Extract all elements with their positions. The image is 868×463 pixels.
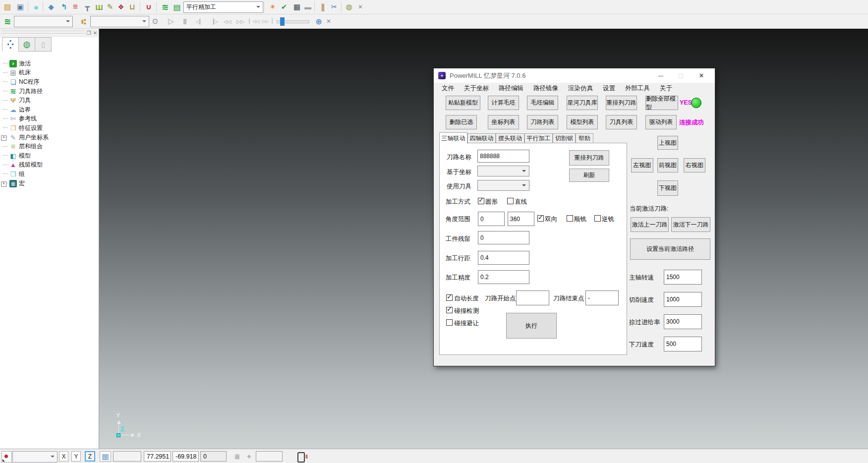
coord-list-button[interactable]: 坐标列表 xyxy=(488,115,519,129)
fast-forward-icon[interactable] xyxy=(235,16,246,27)
tool-holder-icon[interactable] xyxy=(127,1,138,12)
tool-engage-icon[interactable] xyxy=(143,1,154,12)
cutting-feed-input[interactable] xyxy=(664,292,702,307)
cut-icon[interactable] xyxy=(329,1,340,12)
refresh-button[interactable]: 刷新 xyxy=(569,169,609,182)
lightbulb-icon[interactable] xyxy=(150,16,161,27)
explorer-tab-tree[interactable] xyxy=(2,37,19,52)
strategy-combobox[interactable]: 平行精加工 xyxy=(183,1,263,13)
menu-path-mirror[interactable]: 路径镜像 xyxy=(528,84,563,93)
skip-start-icon[interactable] xyxy=(249,16,260,27)
toolpath-list-button[interactable]: 刀路列表 xyxy=(527,115,558,129)
menu-file[interactable]: 文件 xyxy=(437,84,459,93)
block-icon[interactable] xyxy=(46,1,57,12)
tab-3axis[interactable]: 三轴联动 xyxy=(439,132,467,144)
axis-x-button[interactable]: X xyxy=(59,451,68,462)
auto-length-checkbox[interactable] xyxy=(446,294,453,301)
explorer-tab-globe[interactable] xyxy=(18,37,35,52)
phone-pause-icon[interactable] xyxy=(297,452,305,463)
expand-toggle-icon[interactable] xyxy=(1,135,6,141)
execute-button[interactable]: 执行 xyxy=(506,313,557,339)
stock-edit-button[interactable]: 毛坯编辑 xyxy=(527,96,558,110)
save-icon[interactable] xyxy=(15,1,26,12)
linear-checkbox[interactable] xyxy=(507,198,514,204)
tree-item-models[interactable]: 模型 xyxy=(3,151,97,161)
compute-stock-button[interactable]: 计算毛坯 xyxy=(488,96,519,110)
float-panel-icon[interactable] xyxy=(86,30,92,36)
pattern-pencil-icon[interactable] xyxy=(105,1,116,12)
axis-z-button[interactable]: Z xyxy=(85,451,95,462)
boundary-icon[interactable] xyxy=(94,1,105,12)
speed-slider-handle[interactable] xyxy=(280,17,285,26)
tree-item-tools[interactable]: 刀具 xyxy=(3,96,97,105)
delete-all-models-button[interactable]: 删除全部模型 xyxy=(645,96,678,110)
close-toolbar-icon[interactable] xyxy=(323,16,334,27)
skim-feed-input[interactable] xyxy=(664,314,702,329)
close-toolbar-icon[interactable] xyxy=(355,1,366,12)
stepover-input[interactable] xyxy=(478,251,529,265)
model-list-button[interactable]: 模型列表 xyxy=(567,115,598,129)
menu-about[interactable]: 关于 xyxy=(655,84,677,93)
toolpath-arrow-icon[interactable] xyxy=(58,1,69,12)
activate-next-toolpath-button[interactable]: 激活下一刀路 xyxy=(671,217,710,232)
close-panel-icon[interactable] xyxy=(92,30,98,36)
toolpath-combobox[interactable] xyxy=(14,16,73,27)
delete-selected-button[interactable]: 删除已选 xyxy=(446,115,477,129)
menu-path-edit[interactable]: 路径编辑 xyxy=(494,84,528,93)
tolerance-input[interactable] xyxy=(478,270,529,284)
tools-icon[interactable] xyxy=(78,16,89,27)
rewind-icon[interactable] xyxy=(222,16,233,27)
tab-tilthead[interactable]: 摆头联动 xyxy=(496,133,524,143)
menu-external-tools[interactable]: 外部工具 xyxy=(620,84,655,93)
menu-about-coords[interactable]: 关于坐标 xyxy=(459,84,494,93)
tree-item-patterns[interactable]: 参考线 xyxy=(3,115,97,124)
step-back-icon[interactable] xyxy=(194,16,205,27)
plunge-feed-input[interactable] xyxy=(664,337,702,351)
tab-parallel[interactable]: 平行加工 xyxy=(524,133,553,143)
circular-checkbox[interactable] xyxy=(478,198,484,204)
tab-4axis[interactable]: 四轴联动 xyxy=(467,133,496,143)
tree-item-nc-programs[interactable]: NC程序 xyxy=(3,77,97,87)
maximize-button[interactable] xyxy=(672,68,689,83)
rearrange-toolpath-button2[interactable]: 重排列刀路 xyxy=(569,150,609,166)
stock-remain-input[interactable] xyxy=(478,231,529,244)
tool-combobox[interactable] xyxy=(90,16,149,27)
tree-item-feature-sets[interactable]: 特征设置 xyxy=(3,123,97,133)
view-bottom-button[interactable]: 下视图 xyxy=(657,180,678,196)
set-current-active-path-button[interactable]: 设置当前激活路径 xyxy=(630,238,710,260)
compass-icon[interactable] xyxy=(244,451,254,462)
view-front-button[interactable]: 前视图 xyxy=(657,158,678,173)
feature-points-icon[interactable] xyxy=(116,1,126,12)
tree-item-workplanes[interactable]: 用户坐标系 xyxy=(3,133,97,142)
tool-star-icon[interactable] xyxy=(267,1,278,12)
open-icon[interactable] xyxy=(2,1,13,12)
activate-prev-toolpath-button[interactable]: 激活上一刀路 xyxy=(631,217,669,232)
pause-icon[interactable] xyxy=(179,16,190,27)
rearrange-toolpath-button[interactable]: 重排列刀路 xyxy=(606,96,637,110)
clock-icon[interactable] xyxy=(313,16,324,27)
expand-toggle-icon[interactable] xyxy=(1,181,6,187)
tab-saw[interactable]: 切割锯 xyxy=(553,133,576,143)
skip-end-icon[interactable] xyxy=(262,16,273,27)
toolpath-name-input[interactable] xyxy=(477,150,529,163)
play-icon[interactable] xyxy=(166,16,176,27)
collision-detect-checkbox[interactable] xyxy=(446,307,453,313)
minimize-button[interactable] xyxy=(652,68,669,83)
tree-item-toolpaths[interactable]: 刀具路径 xyxy=(3,87,97,96)
color-swatch-button[interactable] xyxy=(1,451,12,463)
menu-render-simulate[interactable]: 渲染仿真 xyxy=(563,84,598,93)
climb-checkbox[interactable] xyxy=(567,215,573,222)
status-field-empty1[interactable] xyxy=(113,451,141,462)
tool-library-button[interactable]: 星河刀具库 xyxy=(567,96,598,110)
menu-settings[interactable]: 设置 xyxy=(598,84,620,93)
tree-item-activate[interactable]: 激活 xyxy=(3,59,97,68)
barrels-icon[interactable] xyxy=(344,1,354,12)
bidirectional-checkbox[interactable] xyxy=(537,215,544,222)
view-right-button[interactable]: 右视图 xyxy=(684,158,705,173)
start-point-input[interactable] xyxy=(516,290,549,305)
collision-avoid-checkbox[interactable] xyxy=(446,319,453,326)
axis-y-button[interactable]: Y xyxy=(71,451,81,462)
tab-help[interactable]: 帮助 xyxy=(576,133,593,143)
xyz-list-icon[interactable] xyxy=(232,451,242,462)
view-top-button[interactable]: 上视图 xyxy=(657,136,678,150)
